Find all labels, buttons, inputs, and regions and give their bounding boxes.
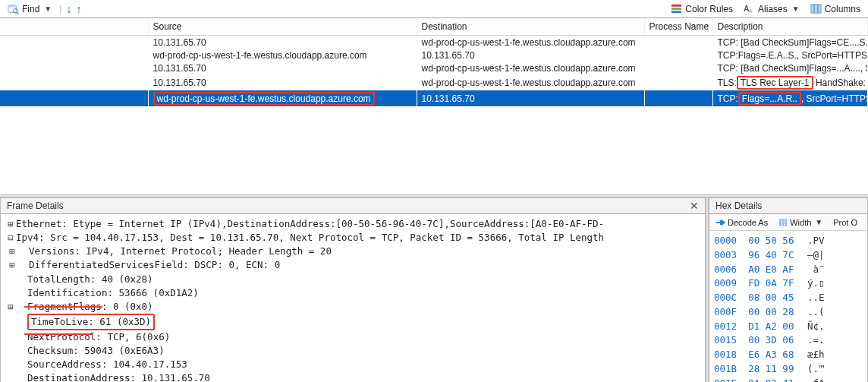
hex-byte: 96 (748, 249, 760, 260)
hex-row[interactable]: 0018 E6 A3 68 æ£h (714, 348, 863, 362)
table-row[interactable]: 10.131.65.70wd-prod-cp-us-west-1-fe.west… (0, 74, 868, 90)
table-row[interactable]: wd-prod-cp-us-west-1-fe.westus.cloudapp.… (0, 90, 868, 106)
close-icon[interactable]: ✕ (690, 200, 699, 212)
cell-process (644, 49, 712, 62)
tree-line[interactable]: ⊞ FragmentFlags: 0 (0x0) (5, 300, 700, 314)
svg-line-3 (17, 12, 18, 14)
grid-header-description[interactable]: Description (712, 18, 868, 36)
hex-byte: 00 (748, 334, 760, 346)
expand-icon[interactable]: ⊞ (5, 300, 16, 314)
hex-ascii: ..E (807, 292, 825, 303)
grid-header-process[interactable]: Process Name (644, 18, 712, 36)
table-row[interactable]: 10.131.65.70wd-prod-cp-us-west-1-fe.west… (0, 36, 868, 49)
hex-row[interactable]: 0000 00 50 56 .PV (714, 234, 863, 248)
hex-byte: 28 (782, 306, 794, 317)
collapse-icon[interactable]: ⊟ (5, 231, 16, 245)
table-row[interactable]: wd-prod-cp-us-west-1-fe.westus.cloudapp.… (0, 49, 868, 62)
decode-as-button[interactable]: Decode As (712, 217, 772, 228)
tree-line[interactable]: ⊞ Versions: IPv4, Internet Protocol; Hea… (5, 245, 700, 258)
hex-byte: 06 (782, 334, 794, 346)
divider: | (59, 4, 61, 14)
grid-header-source[interactable]: Source (148, 18, 417, 36)
hex-row[interactable]: 0006 A0 E0 AF à¯ (714, 263, 863, 277)
tree-line[interactable]: SourceAddress: 104.40.17.153 (5, 358, 700, 371)
expand-icon[interactable]: ⊞ (7, 245, 17, 258)
tree-spacer (5, 358, 16, 371)
tree-line[interactable]: ⊞Ethernet: Etype = Internet IP (IPv4),De… (5, 217, 700, 231)
width-button[interactable]: Width ▼ (775, 217, 826, 228)
tree-text: NextProtocol: TCP, 6(0x6) (16, 330, 170, 344)
tree-line[interactable]: TimeToLive: 61 (0x3D) (5, 314, 700, 330)
cell-source: 10.131.65.70 (148, 62, 417, 74)
row-blank (0, 90, 148, 106)
hex-byte: D1 (748, 320, 760, 332)
hex-ascii: .ƒA (807, 377, 825, 383)
tree-text: Identification: 53666 (0xD1A2) (16, 286, 199, 300)
frame-details-body[interactable]: ⊞Ethernet: Etype = Internet IP (IPv4),De… (0, 214, 706, 382)
hex-row[interactable]: 0015 00 3D 06 .=. (714, 333, 863, 348)
hex-byte: E0 (766, 264, 777, 275)
tree-line[interactable]: NextProtocol: TCP, 6(0x6) (5, 330, 700, 344)
columns-button[interactable]: Columns (807, 3, 863, 14)
hex-byte: 3D (766, 334, 777, 346)
hex-row[interactable]: 001E 0A 83 41 .ƒA (714, 377, 863, 383)
prot-button[interactable]: Prot O (829, 217, 861, 228)
hex-ascii: (.™ (807, 363, 825, 374)
hex-details-header: Hex Details › (709, 197, 868, 214)
svg-rect-13 (720, 220, 722, 225)
aliases-label: Aliases (758, 4, 788, 14)
hex-row[interactable]: 0003 96 40 7C –@| (714, 248, 863, 263)
chevron-down-icon: ▼ (792, 5, 800, 13)
hex-byte: FD (748, 277, 760, 289)
svg-rect-17 (785, 219, 787, 226)
hex-byte: 00 (766, 306, 777, 317)
hex-row[interactable]: 000F 00 00 28 ..( (714, 305, 863, 320)
tree-line[interactable]: ⊞ DifferentiatedServicesField: DSCP: 0, … (5, 258, 700, 272)
hex-byte: 99 (782, 363, 794, 374)
hex-toolbar: Decode As Width ▼ Prot O (709, 214, 867, 231)
tree-text: Ethernet: Etype = Internet IP (IPv4),Des… (16, 217, 604, 231)
hex-details-body[interactable]: Decode As Width ▼ Prot O 0000 00 50 56 .… (709, 214, 868, 382)
table-row[interactable]: 10.131.65.70wd-prod-cp-us-west-1-fe.west… (0, 62, 868, 74)
hex-byte: 68 (782, 349, 794, 360)
svg-marker-14 (722, 219, 725, 226)
grid-header-destination[interactable]: Destination (417, 18, 644, 36)
find-button[interactable]: Find ▼ (5, 3, 55, 14)
hex-ascii: ..( (807, 306, 825, 317)
hex-byte: E6 (748, 349, 760, 360)
hex-row[interactable]: 0009 FD 0A 7F ý.▯ (714, 276, 863, 291)
hex-byte: A2 (766, 320, 777, 332)
expand-icon[interactable]: ⊞ (7, 258, 17, 272)
hex-byte: A0 (748, 264, 760, 275)
tree-text: TimeToLive: 61 (0x3D) (16, 314, 155, 330)
tree-line[interactable]: ⊟Ipv4: Src = 104.40.17.153, Dest = 10.13… (5, 231, 700, 245)
hex-byte: 28 (748, 363, 760, 374)
row-blank (0, 36, 148, 49)
find-prev-button[interactable]: ↑ (76, 3, 81, 15)
color-rules-button[interactable]: Color Rules (668, 3, 736, 14)
frame-details-header: Frame Details ✕ (0, 197, 706, 214)
tree-text: TotalLength: 40 (0x28) (16, 273, 153, 286)
cell-process (644, 90, 712, 106)
find-label: Find (22, 4, 39, 14)
svg-rect-10 (814, 5, 817, 13)
hex-row[interactable]: 001B 28 11 99 (.™ (714, 362, 863, 377)
row-blank (0, 74, 148, 90)
tree-line[interactable]: Identification: 53666 (0xD1A2) (5, 286, 700, 300)
grid-blank-header[interactable] (0, 18, 148, 36)
columns-label: Columns (825, 4, 860, 14)
bottom-row: Frame Details ✕ ⊞Ethernet: Etype = Inter… (0, 197, 868, 382)
find-next-button[interactable]: ↓ (66, 3, 71, 15)
expand-icon[interactable]: ⊞ (5, 217, 16, 231)
tree-line[interactable]: TotalLength: 40 (0x28) (5, 273, 700, 286)
tree-line[interactable]: DestinationAddress: 10.131.65.70 (5, 371, 700, 382)
packet-grid[interactable]: Source Destination Process Name Descript… (0, 18, 868, 194)
hex-byte: 00 (748, 235, 760, 246)
top-toolbar: Find ▼ | ↓ ↑ Color Rules AA Aliases ▼ Co… (0, 0, 868, 18)
hex-row[interactable]: 0012 D1 A2 00 Ñ¢. (714, 320, 863, 334)
hex-byte: 00 (748, 306, 760, 317)
aliases-button[interactable]: AA Aliases ▼ (741, 3, 803, 14)
tree-line[interactable]: Checksum: 59043 (0xE6A3) (5, 344, 700, 358)
hex-row[interactable]: 000C 08 00 45 ..E (714, 291, 863, 305)
tree-text: SourceAddress: 104.40.17.153 (16, 358, 187, 371)
